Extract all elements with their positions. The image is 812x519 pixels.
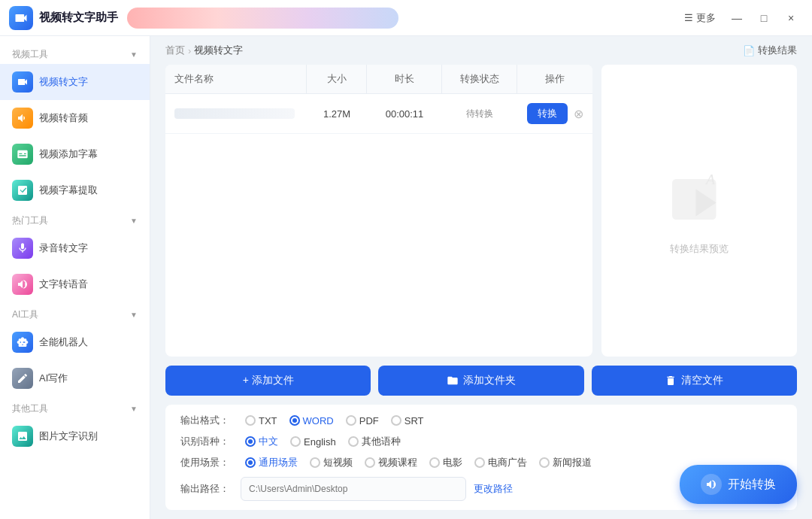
sidebar-item-label: 视频字幕提取 <box>39 184 98 197</box>
sidebar-section-video-tools: 视频工具 ▼ <box>0 42 150 64</box>
change-path-button[interactable]: 更改路径 <box>474 482 513 496</box>
language-radio-group: 中文 English 其他语种 <box>245 435 401 448</box>
sidebar-item-label: 录音转文字 <box>39 241 88 255</box>
scene-course[interactable]: 视频课程 <box>365 456 417 469</box>
format-pdf[interactable]: PDF <box>346 415 379 426</box>
video-to-text-icon <box>12 71 33 93</box>
sidebar-item-video-to-text[interactable]: 视频转文字 <box>0 64 150 100</box>
format-row: 输出格式： TXT WORD PDF <box>180 414 782 427</box>
sidebar-item-ai-writing[interactable]: AI写作 <box>0 360 150 396</box>
format-srt[interactable]: SRT <box>391 415 424 426</box>
banner <box>127 8 398 29</box>
sidebar-item-text-to-speech[interactable]: 文字转语音 <box>0 266 150 302</box>
path-input[interactable] <box>241 477 466 501</box>
sidebar-item-label: AI写作 <box>39 372 68 385</box>
logo-icon <box>14 11 29 26</box>
radio-other <box>348 436 359 447</box>
clear-files-label: 清空文件 <box>681 374 723 387</box>
chevron-down-icon: ▼ <box>130 217 138 225</box>
format-label: 输出格式： <box>180 414 233 427</box>
lang-english[interactable]: English <box>290 436 336 448</box>
close-button[interactable]: × <box>779 8 803 29</box>
table-row: 1.27M 00:00:11 待转换 转换 ⊗ <box>165 94 592 134</box>
breadcrumb-home[interactable]: 首页 <box>165 44 185 57</box>
convert-button[interactable]: 转换 <box>527 103 568 124</box>
radio-english <box>290 436 301 447</box>
sidebar-item-label: 文字转语音 <box>39 278 88 291</box>
result-btn-label: 转换结果 <box>758 44 797 57</box>
file-action-cell: 转换 ⊗ <box>517 94 592 133</box>
maximize-button[interactable]: □ <box>752 8 776 29</box>
radio-txt <box>245 415 256 426</box>
language-label: 识别语种： <box>180 435 233 448</box>
lang-other[interactable]: 其他语种 <box>348 435 401 448</box>
sidebar-item-video-add-subtitle[interactable]: 视频添加字幕 <box>0 136 150 172</box>
sidebar-item-ai-robot[interactable]: 全能机器人 <box>0 324 150 360</box>
scene-short-video[interactable]: 短视频 <box>310 456 353 469</box>
file-table: 文件名称 大小 时长 转换状态 操作 1.27M 00:00:11 <box>165 65 592 357</box>
path-label: 输出路径： <box>180 482 233 496</box>
status-badge: 待转换 <box>466 108 493 119</box>
scene-movie[interactable]: 电影 <box>429 456 462 469</box>
radio-news <box>539 457 550 468</box>
preview-panel: A 转换结果预览 <box>601 65 797 357</box>
content-area: 首页 › 视频转文字 📄 转换结果 文件名称 大小 时长 转换状态 操作 <box>150 36 812 519</box>
sidebar-item-label: 视频转音频 <box>39 111 88 125</box>
audio-to-text-icon <box>12 238 33 259</box>
clear-files-button[interactable]: 清空文件 <box>592 366 797 396</box>
titlebar: 视频转文字助手 ☰ 更多 — □ × <box>0 0 812 36</box>
ai-writing-icon <box>12 368 33 389</box>
document-icon: 📄 <box>743 45 755 56</box>
sidebar-section-other-tools: 其他工具 ▼ <box>0 396 150 418</box>
file-size-cell: 1.27M <box>307 99 367 129</box>
more-button[interactable]: ☰ 更多 <box>678 8 722 28</box>
waveform-icon <box>705 478 717 490</box>
sidebar-item-label: 视频添加字幕 <box>39 147 98 161</box>
radio-movie <box>429 457 440 468</box>
start-icon <box>701 474 722 495</box>
video-subtitle-icon <box>12 144 33 165</box>
file-area: 文件名称 大小 时长 转换状态 操作 1.27M 00:00:11 <box>150 65 812 357</box>
result-button[interactable]: 📄 转换结果 <box>743 44 797 57</box>
sidebar-item-label: 视频转文字 <box>39 75 88 89</box>
hot-tools-section-label: 热门工具 <box>12 214 48 227</box>
preview-icon: A <box>665 165 733 233</box>
table-header: 文件名称 大小 时长 转换状态 操作 <box>165 65 592 94</box>
main-layout: 视频工具 ▼ 视频转文字 视频转音频 视频添加字幕 视频字幕提取 <box>0 36 812 519</box>
col-duration: 时长 <box>367 65 442 93</box>
sidebar-section-hot-tools: 热门工具 ▼ <box>0 208 150 230</box>
radio-word <box>289 415 300 426</box>
ai-robot-icon <box>12 332 33 353</box>
chevron-down-icon: ▼ <box>130 50 138 59</box>
menu-icon: ☰ <box>684 12 693 23</box>
radio-ecom <box>474 457 485 468</box>
lang-chinese[interactable]: 中文 <box>245 435 278 448</box>
format-word[interactable]: WORD <box>289 415 334 426</box>
sidebar-item-label: 图片文字识别 <box>39 429 98 443</box>
more-label: 更多 <box>696 11 716 25</box>
sidebar-item-video-extract-subtitle[interactable]: 视频字幕提取 <box>0 172 150 208</box>
breadcrumb-current: 视频转文字 <box>194 44 243 57</box>
scene-news[interactable]: 新闻报道 <box>539 456 592 469</box>
add-file-button[interactable]: + 添加文件 <box>165 366 371 396</box>
radio-pdf <box>346 415 356 426</box>
video-to-audio-icon <box>12 108 33 129</box>
scene-ecom[interactable]: 电商广告 <box>474 456 527 469</box>
sidebar-item-video-to-audio[interactable]: 视频转音频 <box>0 100 150 136</box>
other-tools-section-label: 其他工具 <box>12 402 48 415</box>
minimize-button[interactable]: — <box>725 8 749 29</box>
col-action: 操作 <box>517 65 592 93</box>
format-txt[interactable]: TXT <box>245 415 277 426</box>
extract-subtitle-icon <box>12 180 33 201</box>
sidebar-item-image-text[interactable]: 图片文字识别 <box>0 418 150 454</box>
image-text-icon <box>12 426 33 447</box>
sidebar-item-audio-to-text[interactable]: 录音转文字 <box>0 230 150 266</box>
scene-label: 使用场景： <box>180 456 233 469</box>
preview-label: 转换结果预览 <box>670 242 729 256</box>
add-folder-button[interactable]: 添加文件夹 <box>378 366 583 396</box>
chevron-down-icon: ▼ <box>130 405 138 413</box>
radio-chinese <box>245 436 256 447</box>
start-convert-button[interactable]: 开始转换 <box>680 465 797 504</box>
scene-general[interactable]: 通用场景 <box>245 456 298 469</box>
delete-button[interactable]: ⊗ <box>574 107 583 121</box>
